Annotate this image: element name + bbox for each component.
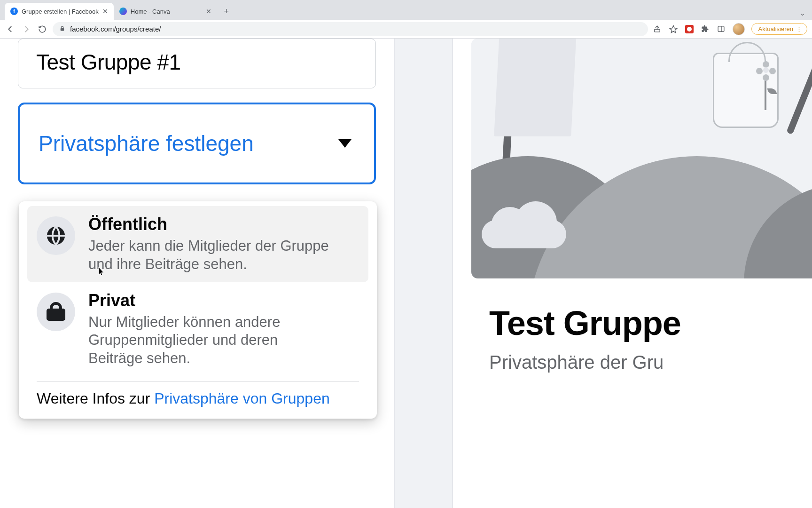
chevron-down-icon — [338, 139, 351, 148]
close-icon[interactable]: ✕ — [206, 8, 211, 15]
address-bar[interactable]: facebook.com/groups/create/ — [53, 22, 648, 36]
url-text: facebook.com/groups/create/ — [70, 25, 161, 33]
chevron-down-icon[interactable]: ⌄ — [800, 9, 805, 17]
canva-favicon — [119, 8, 127, 15]
adblock-icon[interactable] — [685, 24, 694, 34]
option-description: Jeder kann die Mitglieder der Gruppe und… — [88, 237, 351, 274]
privacy-dropdown-menu: Öffentlich Jeder kann die Mitglieder der… — [19, 201, 377, 419]
preview-privacy-subtitle: Privatsphäre der Gru — [489, 352, 812, 373]
tab-title: Home - Canva — [131, 8, 202, 15]
sidepanel-icon[interactable] — [717, 24, 726, 34]
privacy-learn-more-link[interactable]: Privatsphäre von Gruppen — [154, 390, 330, 407]
group-name-input[interactable]: Test Gruppe #1 — [18, 39, 376, 88]
learn-more-prefix: Weitere Infos zur — [37, 390, 154, 407]
tab-title: Gruppe erstellen | Facebook — [22, 8, 99, 15]
preview-group-title: Test Gruppe — [489, 304, 812, 342]
option-title: Privat — [88, 291, 333, 310]
gutter — [394, 39, 453, 508]
update-button[interactable]: Aktualisieren ⋮ — [751, 23, 807, 35]
cover-placeholder — [471, 39, 812, 278]
extensions-icon[interactable] — [701, 24, 710, 34]
svg-rect-2 — [718, 26, 724, 32]
reload-button[interactable] — [37, 24, 48, 35]
tab-facebook[interactable]: f Gruppe erstellen | Facebook ✕ — [5, 3, 114, 20]
forward-button[interactable] — [21, 24, 32, 35]
option-description: Nur Mitglieder können andere Gruppenmitg… — [88, 313, 333, 368]
globe-icon — [37, 216, 75, 255]
menu-dots-icon: ⋮ — [796, 25, 802, 32]
tab-canva[interactable]: Home - Canva ✕ — [114, 3, 217, 20]
back-button[interactable] — [5, 24, 16, 35]
group-preview-card: Test Gruppe Privatsphäre der Gru — [471, 39, 812, 373]
privacy-option-private[interactable]: Privat Nur Mitglieder können andere Grup… — [27, 282, 368, 376]
close-icon[interactable]: ✕ — [102, 8, 108, 15]
group-name-value: Test Gruppe #1 — [36, 49, 358, 75]
svg-rect-0 — [61, 28, 64, 30]
divider — [37, 381, 359, 381]
page-content: Test Gruppe #1 Privatsphäre festlegen Öf… — [0, 39, 812, 508]
lock-icon — [37, 293, 75, 331]
privacy-option-public[interactable]: Öffentlich Jeder kann die Mitglieder der… — [27, 206, 368, 282]
share-icon[interactable] — [653, 24, 662, 34]
privacy-label: Privatsphäre festlegen — [39, 131, 254, 156]
option-title: Öffentlich — [88, 214, 351, 234]
update-label: Aktualisieren — [758, 25, 793, 32]
browser-tab-bar: f Gruppe erstellen | Facebook ✕ Home - C… — [0, 0, 812, 20]
gutter — [453, 39, 471, 508]
facebook-favicon: f — [10, 8, 18, 15]
privacy-learn-more: Weitere Infos zur Privatsphäre von Grupp… — [27, 390, 368, 407]
bookmark-icon[interactable] — [669, 24, 678, 34]
profile-avatar[interactable] — [733, 23, 745, 35]
new-tab-button[interactable]: + — [220, 5, 233, 18]
privacy-dropdown-trigger[interactable]: Privatsphäre festlegen — [18, 103, 376, 184]
browser-toolbar: facebook.com/groups/create/ Aktualisiere… — [0, 20, 812, 39]
lock-icon — [59, 25, 65, 33]
